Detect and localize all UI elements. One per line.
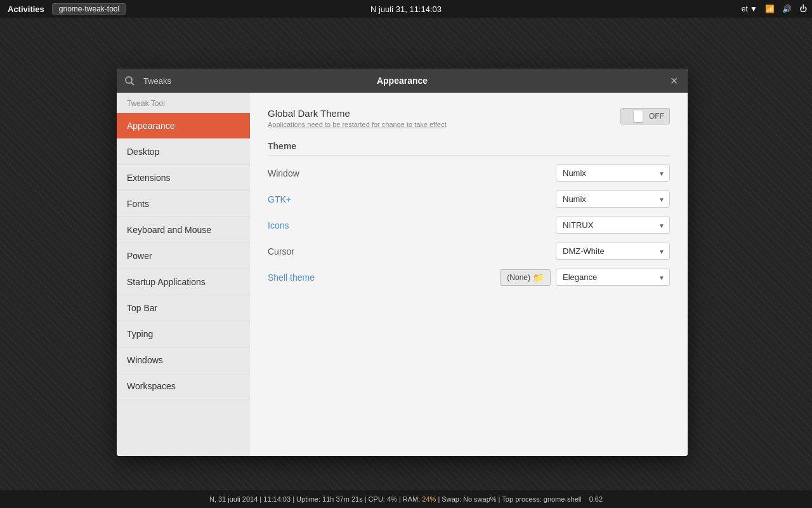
window-theme-row: Window Numix Adwaita HighContrast ▼ bbox=[268, 164, 670, 182]
window-theme-dropdown[interactable]: Numix Adwaita HighContrast bbox=[556, 164, 670, 182]
svg-point-0 bbox=[126, 77, 132, 83]
icons-theme-row: Icons NITRUX Numix Adwaita ▼ bbox=[268, 217, 670, 234]
sidebar-item-power[interactable]: Power bbox=[117, 243, 250, 269]
shell-theme-dropdown-wrapper: Elegance None ▼ bbox=[556, 269, 670, 286]
shell-theme-none-button[interactable]: (None) 📁 bbox=[500, 269, 551, 286]
titlebar-left: Tweaks bbox=[124, 76, 263, 86]
sidebar-item-fonts[interactable]: Fonts bbox=[117, 191, 250, 217]
gtk-theme-label: GTK+ bbox=[268, 194, 556, 204]
gtk-theme-dropdown[interactable]: Numix Adwaita HighContrast bbox=[556, 190, 670, 208]
global-dark-theme-toggle[interactable]: OFF bbox=[620, 108, 670, 124]
window-body: Tweak Tool Appearance Desktop Extensions… bbox=[117, 93, 688, 456]
power-icon: ⏻ bbox=[799, 4, 807, 13]
global-dark-theme-row: Global Dark Theme Applications need to b… bbox=[268, 108, 670, 128]
none-btn-label: (None) bbox=[507, 273, 530, 282]
status-right-value: 0.62 bbox=[589, 495, 603, 503]
toggle-knob bbox=[634, 110, 643, 122]
close-button[interactable]: ✕ bbox=[667, 74, 680, 87]
window-theme-dropdown-wrapper: Numix Adwaita HighContrast ▼ bbox=[556, 164, 670, 182]
datetime-display: N juuli 31, 11:14:03 bbox=[370, 4, 442, 14]
cursor-theme-row: Cursor DMZ-White Adwaita default ▼ bbox=[268, 243, 670, 260]
folder-icon: 📁 bbox=[533, 272, 544, 283]
sidebar-item-extensions[interactable]: Extensions bbox=[117, 165, 250, 191]
svg-line-1 bbox=[131, 83, 134, 85]
user-info[interactable]: et ▼ bbox=[742, 4, 757, 13]
wifi-icon: 📶 bbox=[765, 4, 775, 13]
app-title-indicator[interactable]: gnome-tweak-tool bbox=[52, 3, 126, 15]
sidebar-item-windows[interactable]: Windows bbox=[117, 347, 250, 373]
app-name-label: Tweaks bbox=[143, 76, 171, 86]
page-title: Appearance bbox=[377, 76, 428, 86]
bottom-status-bar: N, 31 juuli 2014 | 11:14:03 | Uptime: 11… bbox=[0, 490, 812, 508]
cursor-theme-dropdown-wrapper: DMZ-White Adwaita default ▼ bbox=[556, 243, 670, 260]
sidebar-item-typing[interactable]: Typing bbox=[117, 321, 250, 347]
cursor-theme-label: Cursor bbox=[268, 246, 556, 257]
shell-theme-label: Shell theme bbox=[268, 272, 500, 283]
icons-theme-label: Icons bbox=[268, 220, 556, 231]
titlebar: Tweaks Appearance ✕ bbox=[117, 69, 688, 93]
top-panel: Activities gnome-tweak-tool N juuli 31, … bbox=[0, 0, 812, 18]
icons-theme-dropdown[interactable]: NITRUX Numix Adwaita bbox=[556, 217, 670, 234]
shell-theme-dropdown[interactable]: Elegance None bbox=[556, 269, 670, 286]
sidebar-item-top-bar[interactable]: Top Bar bbox=[117, 295, 250, 321]
activities-button[interactable]: Activities bbox=[5, 4, 47, 14]
sidebar-item-keyboard-and-mouse[interactable]: Keyboard and Mouse bbox=[117, 217, 250, 243]
volume-icon: 🔊 bbox=[782, 4, 792, 13]
main-content: Global Dark Theme Applications need to b… bbox=[250, 93, 688, 456]
cursor-theme-dropdown[interactable]: DMZ-White Adwaita default bbox=[556, 243, 670, 260]
icons-theme-dropdown-wrapper: NITRUX Numix Adwaita ▼ bbox=[556, 217, 670, 234]
gtk-theme-dropdown-wrapper: Numix Adwaita HighContrast ▼ bbox=[556, 190, 670, 208]
tweaks-window: Tweaks Appearance ✕ Tweak Tool Appearanc… bbox=[117, 69, 688, 456]
theme-heading: Theme bbox=[268, 141, 670, 156]
toggle-label: OFF bbox=[644, 112, 669, 121]
global-dark-theme-title: Global Dark Theme bbox=[268, 108, 447, 119]
sidebar: Tweak Tool Appearance Desktop Extensions… bbox=[117, 93, 250, 456]
sidebar-item-appearance[interactable]: Appearance bbox=[117, 113, 250, 139]
tweak-tool-label: Tweak Tool bbox=[117, 93, 250, 113]
toggle-track bbox=[621, 109, 644, 124]
search-icon[interactable] bbox=[124, 76, 134, 86]
sidebar-item-startup-applications[interactable]: Startup Applications bbox=[117, 269, 250, 295]
shell-theme-controls: (None) 📁 Elegance None ▼ bbox=[500, 269, 670, 286]
shell-theme-row: Shell theme (None) 📁 Elegance None ▼ bbox=[268, 269, 670, 286]
global-dark-theme-subtitle: Applications need to be restarted for ch… bbox=[268, 121, 447, 128]
sidebar-item-desktop[interactable]: Desktop bbox=[117, 139, 250, 165]
window-theme-label: Window bbox=[268, 168, 556, 178]
gtk-theme-row: GTK+ Numix Adwaita HighContrast ▼ bbox=[268, 190, 670, 208]
sidebar-item-workspaces[interactable]: Workspaces bbox=[117, 373, 250, 399]
status-text: N, 31 juuli 2014 | 11:14:03 | Uptime: 11… bbox=[209, 495, 582, 503]
